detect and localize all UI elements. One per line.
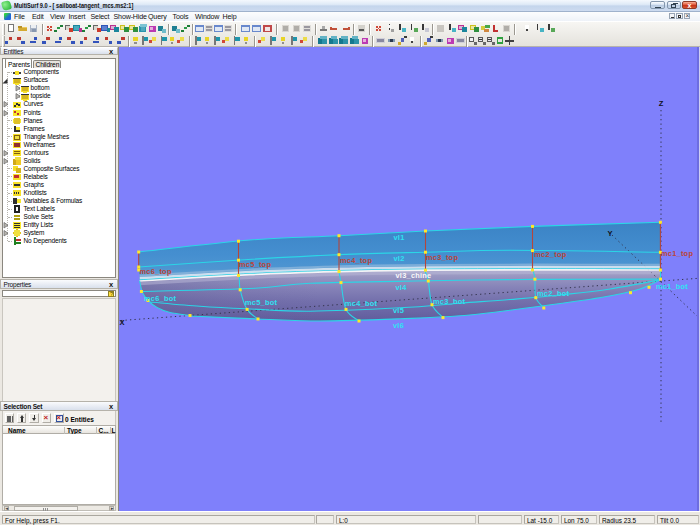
svg-text:Z: Z [659,99,664,108]
svg-text:mc6_bot: mc6_bot [144,294,176,303]
svg-text:vl4: vl4 [396,283,408,292]
svg-text:mc2_top: mc2_top [534,250,566,259]
svg-text:X: X [120,318,125,327]
svg-text:mc5_top: mc5_top [239,260,271,269]
svg-text:mc4_bot: mc4_bot [345,299,377,308]
svg-text:mc5_bot: mc5_bot [245,298,277,307]
svg-text:mc6_top: mc6_top [140,267,172,276]
svg-text:mc1_bot: mc1_bot [656,282,688,291]
svg-text:vl2: vl2 [394,254,405,263]
svg-text:mc3_top: mc3_top [426,253,458,262]
svg-text:vl6: vl6 [393,321,404,330]
svg-text:vl5: vl5 [393,306,404,315]
svg-text:mc2_bot: mc2_bot [537,289,569,298]
svg-text:mc3_bot: mc3_bot [433,297,465,306]
svg-text:Y: Y [608,229,613,238]
svg-text:mc1_top: mc1_top [661,249,693,258]
svg-text:vl3_chine: vl3_chine [396,271,432,280]
svg-text:mc4_top: mc4_top [340,256,372,265]
svg-text:vl1: vl1 [394,233,405,242]
